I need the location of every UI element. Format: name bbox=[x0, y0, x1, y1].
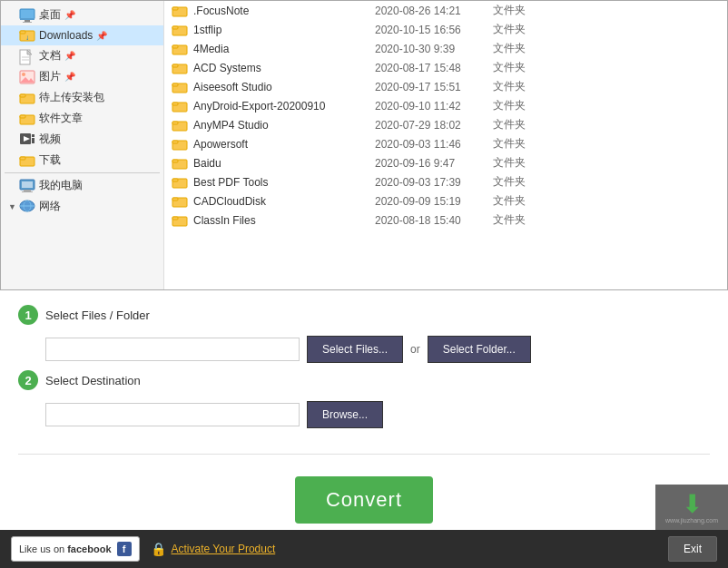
select-folder-button[interactable]: Select Folder... bbox=[428, 336, 531, 363]
tree-label: 软件文章 bbox=[39, 111, 83, 126]
step1-input[interactable] bbox=[45, 338, 300, 361]
tree-label: 图片 bbox=[39, 69, 61, 84]
svg-rect-22 bbox=[32, 141, 34, 143]
select-files-button[interactable]: Select Files... bbox=[307, 336, 403, 363]
file-row[interactable]: .FocusNote 2020-08-26 14:21 文件夹 bbox=[164, 1, 727, 20]
pin-icon: 📌 bbox=[64, 51, 75, 61]
facebook-button[interactable]: Like us on facebook f bbox=[11, 536, 140, 562]
file-type: 文件夹 bbox=[493, 3, 720, 18]
file-row[interactable]: AnyMP4 Studio 2020-07-29 18:02 文件夹 bbox=[164, 115, 727, 134]
folder-icon bbox=[172, 80, 188, 94]
file-dialog: 桌面 📌 ↓ Downloads 📌 文档 📌 图片 📌 bbox=[0, 0, 728, 290]
file-row[interactable]: CADCloudDisk 2020-09-09 15:19 文件夹 bbox=[164, 191, 727, 211]
svg-rect-21 bbox=[32, 138, 34, 141]
svg-rect-55 bbox=[172, 217, 178, 220]
file-name: Best PDF Tools bbox=[193, 176, 375, 189]
file-date: 2020-08-17 15:48 bbox=[375, 62, 493, 74]
tree-item-network[interactable]: ▼ 网络 bbox=[1, 196, 163, 217]
convert-button[interactable]: Convert bbox=[295, 476, 433, 524]
lock-icon: 🔒 bbox=[151, 542, 166, 556]
watermark: ⬇ www.jiuzhang.com bbox=[655, 485, 728, 530]
folder-icon bbox=[172, 42, 188, 56]
folder-icon bbox=[172, 213, 188, 228]
svg-rect-41 bbox=[172, 83, 178, 86]
footer: Like us on facebook f 🔒 Activate Your Pr… bbox=[0, 530, 728, 568]
file-row[interactable]: ClassIn Files 2020-08-18 15:40 文件夹 bbox=[164, 211, 727, 230]
tree-item-pictures[interactable]: 图片 📌 bbox=[1, 66, 163, 87]
file-date: 2020-10-15 16:56 bbox=[375, 24, 493, 36]
steps-container: 1 Select Files / Folder Select Files... … bbox=[0, 290, 728, 443]
convert-container: Convert bbox=[0, 476, 728, 524]
watermark-text: www.jiuzhang.com bbox=[665, 517, 718, 524]
video-icon bbox=[19, 132, 35, 147]
folder-icon bbox=[172, 137, 188, 152]
svg-rect-45 bbox=[172, 122, 178, 124]
downloads-icon: ↓ bbox=[19, 28, 35, 43]
tree-item-mycomputer[interactable]: 我的电脑 bbox=[1, 175, 163, 196]
pictures-icon bbox=[19, 70, 35, 84]
svg-rect-20 bbox=[32, 134, 34, 137]
folder-icon bbox=[172, 4, 188, 18]
step2-input[interactable] bbox=[45, 403, 300, 426]
step1-label: Select Files / Folder bbox=[45, 308, 150, 322]
document-icon bbox=[19, 49, 35, 64]
tree-item-desktop[interactable]: 桌面 📌 bbox=[1, 5, 163, 25]
exit-button[interactable]: Exit bbox=[668, 536, 717, 562]
file-name: 1stflip bbox=[193, 24, 375, 36]
file-row[interactable]: Aiseesoft Studio 2020-09-17 15:51 文件夹 bbox=[164, 77, 727, 96]
svg-rect-49 bbox=[172, 160, 178, 162]
folder-icon bbox=[172, 175, 188, 190]
file-type: 文件夹 bbox=[493, 136, 720, 152]
facebook-label: Like us on facebook bbox=[19, 544, 112, 554]
step1-number: 1 bbox=[18, 305, 38, 325]
file-row[interactable]: Baidu 2020-09-16 9:47 文件夹 bbox=[164, 153, 727, 172]
svg-rect-39 bbox=[172, 64, 178, 67]
step1-row: 1 Select Files / Folder bbox=[18, 305, 710, 325]
tree-item-packages[interactable]: 待上传安装包 bbox=[1, 87, 163, 108]
folder-icon bbox=[172, 61, 188, 75]
tree-item-downloads[interactable]: ↓ Downloads 📌 bbox=[1, 25, 163, 45]
file-type: 文件夹 bbox=[493, 98, 720, 113]
tree-label: 待上传安装包 bbox=[39, 90, 104, 105]
step2-number: 2 bbox=[18, 370, 38, 390]
step2-row: 2 Select Destination bbox=[18, 370, 710, 390]
file-row[interactable]: AnyDroid-Export-20200910 2020-09-10 11:4… bbox=[164, 96, 727, 115]
svg-rect-33 bbox=[172, 7, 178, 10]
file-date: 2020-08-18 15:40 bbox=[375, 214, 493, 227]
file-name: .FocusNote bbox=[193, 5, 375, 17]
file-row[interactable]: ACD Systems 2020-08-17 15:48 文件夹 bbox=[164, 58, 727, 77]
folder-icon bbox=[172, 99, 188, 113]
svg-rect-3 bbox=[23, 22, 32, 23]
tree-item-download[interactable]: 下载 bbox=[1, 150, 163, 171]
browse-button[interactable]: Browse... bbox=[307, 401, 383, 428]
step2-inputs: Browse... bbox=[45, 401, 710, 428]
tree-item-software[interactable]: 软件文章 bbox=[1, 108, 163, 129]
svg-rect-51 bbox=[172, 179, 178, 181]
tree-label: Downloads bbox=[39, 29, 93, 42]
file-name: Baidu bbox=[193, 157, 375, 170]
svg-rect-26 bbox=[22, 181, 33, 188]
svg-point-12 bbox=[22, 73, 25, 76]
file-row[interactable]: Best PDF Tools 2020-09-03 17:39 文件夹 bbox=[164, 172, 727, 191]
file-type: 文件夹 bbox=[493, 79, 720, 94]
file-type: 文件夹 bbox=[493, 117, 720, 132]
file-list: .FocusNote 2020-08-26 14:21 文件夹 1stflip … bbox=[164, 1, 727, 230]
file-row[interactable]: Apowersoft 2020-09-03 11:46 文件夹 bbox=[164, 134, 727, 153]
file-date: 2020-09-03 11:46 bbox=[375, 138, 493, 151]
activate-section: 🔒 Activate Your Product bbox=[151, 542, 657, 556]
activate-text[interactable]: Activate Your Product bbox=[172, 543, 276, 555]
divider bbox=[18, 454, 710, 455]
file-name: 4Media bbox=[193, 43, 375, 55]
tree-item-documents[interactable]: 文档 📌 bbox=[1, 45, 163, 66]
file-date: 2020-09-03 17:39 bbox=[375, 176, 493, 189]
file-type: 文件夹 bbox=[493, 155, 720, 171]
file-row[interactable]: 4Media 2020-10-30 9:39 文件夹 bbox=[164, 39, 727, 58]
or-text: or bbox=[410, 343, 420, 356]
file-name: ACD Systems bbox=[193, 62, 375, 74]
tree-item-videos[interactable]: 视频 bbox=[1, 129, 163, 150]
file-date: 2020-09-09 15:19 bbox=[375, 195, 493, 208]
tree-label: 视频 bbox=[39, 132, 61, 147]
app-area: 1 Select Files / Folder Select Files... … bbox=[0, 290, 728, 568]
folder-icon bbox=[172, 156, 188, 171]
file-row[interactable]: 1stflip 2020-10-15 16:56 文件夹 bbox=[164, 20, 727, 39]
